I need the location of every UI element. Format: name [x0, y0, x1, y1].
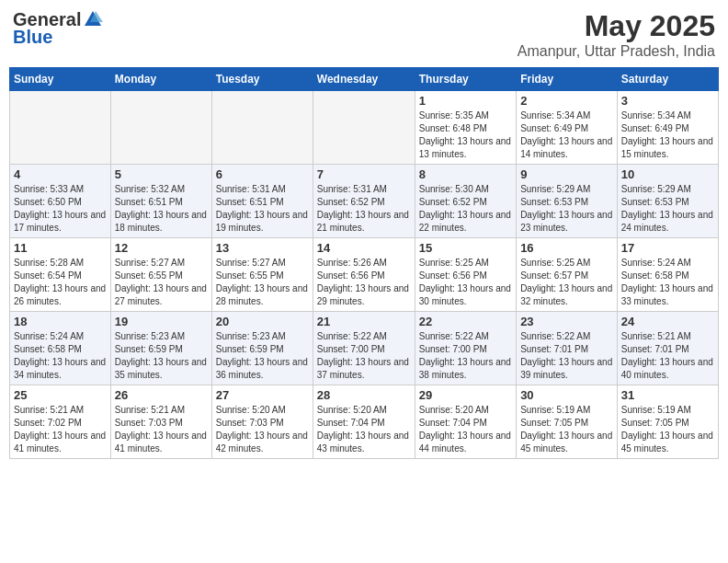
day-info: Sunrise: 5:35 AMSunset: 6:48 PMDaylight:… [419, 109, 512, 161]
day-number: 31 [621, 388, 714, 402]
day-number: 16 [520, 241, 613, 255]
table-row: 27Sunrise: 5:20 AMSunset: 7:03 PMDayligh… [211, 385, 313, 459]
day-info: Sunrise: 5:24 AMSunset: 6:58 PMDaylight:… [14, 330, 107, 382]
table-row: 14Sunrise: 5:26 AMSunset: 6:56 PMDayligh… [313, 238, 415, 312]
table-row: 13Sunrise: 5:27 AMSunset: 6:55 PMDayligh… [211, 238, 313, 312]
table-row [110, 91, 211, 165]
day-number: 29 [419, 388, 512, 402]
calendar: Sunday Monday Tuesday Wednesday Thursday… [9, 67, 719, 459]
day-info: Sunrise: 5:19 AMSunset: 7:05 PMDaylight:… [621, 404, 714, 455]
table-row: 31Sunrise: 5:19 AMSunset: 7:05 PMDayligh… [617, 385, 718, 459]
day-number: 12 [115, 241, 208, 255]
table-row: 9Sunrise: 5:29 AMSunset: 6:53 PMDaylight… [517, 165, 618, 238]
month-title: May 2025 [518, 9, 715, 43]
day-number: 14 [317, 241, 411, 255]
day-number: 22 [419, 315, 512, 328]
calendar-row: 11Sunrise: 5:28 AMSunset: 6:54 PMDayligh… [10, 238, 719, 312]
day-info: Sunrise: 5:21 AMSunset: 7:02 PMDaylight:… [14, 404, 107, 455]
day-number: 8 [419, 167, 512, 181]
col-thursday: Thursday [415, 68, 516, 91]
day-number: 7 [317, 167, 411, 181]
day-info: Sunrise: 5:27 AMSunset: 6:55 PMDaylight:… [115, 257, 208, 308]
table-row: 18Sunrise: 5:24 AMSunset: 6:58 PMDayligh… [10, 312, 111, 385]
col-wednesday: Wednesday [313, 68, 415, 91]
day-number: 18 [14, 315, 107, 328]
table-row: 3Sunrise: 5:34 AMSunset: 6:49 PMDaylight… [617, 91, 718, 165]
day-number: 23 [520, 315, 613, 328]
day-number: 13 [216, 241, 309, 255]
day-number: 26 [115, 388, 208, 402]
logo-icon [83, 9, 103, 29]
day-number: 30 [520, 388, 613, 402]
col-monday: Monday [110, 68, 211, 91]
day-info: Sunrise: 5:23 AMSunset: 6:59 PMDaylight:… [115, 330, 208, 382]
table-row: 8Sunrise: 5:30 AMSunset: 6:52 PMDaylight… [415, 165, 516, 238]
table-row: 20Sunrise: 5:23 AMSunset: 6:59 PMDayligh… [211, 312, 313, 385]
table-row: 1Sunrise: 5:35 AMSunset: 6:48 PMDaylight… [415, 91, 516, 165]
table-row: 4Sunrise: 5:33 AMSunset: 6:50 PMDaylight… [10, 165, 111, 238]
day-number: 4 [14, 167, 107, 181]
day-info: Sunrise: 5:25 AMSunset: 6:57 PMDaylight:… [520, 257, 613, 308]
day-number: 19 [115, 315, 208, 328]
day-info: Sunrise: 5:32 AMSunset: 6:51 PMDaylight:… [115, 183, 208, 235]
day-info: Sunrise: 5:22 AMSunset: 7:00 PMDaylight:… [317, 330, 411, 382]
day-info: Sunrise: 5:20 AMSunset: 7:04 PMDaylight:… [419, 404, 512, 455]
calendar-header-row: Sunday Monday Tuesday Wednesday Thursday… [10, 68, 719, 91]
day-info: Sunrise: 5:22 AMSunset: 7:00 PMDaylight:… [419, 330, 512, 382]
day-number: 15 [419, 241, 512, 255]
day-info: Sunrise: 5:20 AMSunset: 7:04 PMDaylight:… [317, 404, 411, 455]
day-info: Sunrise: 5:19 AMSunset: 7:05 PMDaylight:… [520, 404, 613, 455]
day-number: 5 [115, 167, 208, 181]
day-info: Sunrise: 5:28 AMSunset: 6:54 PMDaylight:… [14, 257, 107, 308]
table-row: 30Sunrise: 5:19 AMSunset: 7:05 PMDayligh… [517, 385, 618, 459]
table-row: 19Sunrise: 5:23 AMSunset: 6:59 PMDayligh… [110, 312, 211, 385]
day-info: Sunrise: 5:34 AMSunset: 6:49 PMDaylight:… [621, 109, 714, 161]
col-saturday: Saturday [617, 68, 718, 91]
col-friday: Friday [517, 68, 618, 91]
table-row: 23Sunrise: 5:22 AMSunset: 7:01 PMDayligh… [517, 312, 618, 385]
table-row: 11Sunrise: 5:28 AMSunset: 6:54 PMDayligh… [10, 238, 111, 312]
table-row [10, 91, 111, 165]
col-tuesday: Tuesday [211, 68, 313, 91]
day-number: 1 [419, 94, 512, 108]
table-row: 24Sunrise: 5:21 AMSunset: 7:01 PMDayligh… [617, 312, 718, 385]
day-info: Sunrise: 5:21 AMSunset: 7:03 PMDaylight:… [115, 404, 208, 455]
day-info: Sunrise: 5:24 AMSunset: 6:58 PMDaylight:… [621, 257, 714, 308]
table-row: 10Sunrise: 5:29 AMSunset: 6:53 PMDayligh… [617, 165, 718, 238]
col-sunday: Sunday [10, 68, 111, 91]
table-row: 29Sunrise: 5:20 AMSunset: 7:04 PMDayligh… [415, 385, 516, 459]
table-row: 5Sunrise: 5:32 AMSunset: 6:51 PMDaylight… [110, 165, 211, 238]
day-info: Sunrise: 5:22 AMSunset: 7:01 PMDaylight:… [520, 330, 613, 382]
day-number: 21 [317, 315, 411, 328]
calendar-row: 18Sunrise: 5:24 AMSunset: 6:58 PMDayligh… [10, 312, 719, 385]
calendar-row: 4Sunrise: 5:33 AMSunset: 6:50 PMDaylight… [10, 165, 719, 238]
table-row: 26Sunrise: 5:21 AMSunset: 7:03 PMDayligh… [110, 385, 211, 459]
day-number: 20 [216, 315, 309, 328]
day-number: 6 [216, 167, 309, 181]
day-number: 27 [216, 388, 309, 402]
table-row: 16Sunrise: 5:25 AMSunset: 6:57 PMDayligh… [517, 238, 618, 312]
day-number: 24 [621, 315, 714, 328]
header: General Blue May 2025 Amanpur, Uttar Pra… [9, 9, 719, 60]
table-row: 15Sunrise: 5:25 AMSunset: 6:56 PMDayligh… [415, 238, 516, 312]
day-number: 3 [621, 94, 714, 108]
day-number: 11 [14, 241, 107, 255]
day-number: 2 [520, 94, 613, 108]
location-title: Amanpur, Uttar Pradesh, India [518, 43, 715, 60]
title-area: May 2025 Amanpur, Uttar Pradesh, India [518, 9, 715, 60]
day-info: Sunrise: 5:30 AMSunset: 6:52 PMDaylight:… [419, 183, 512, 235]
day-info: Sunrise: 5:26 AMSunset: 6:56 PMDaylight:… [317, 257, 411, 308]
day-info: Sunrise: 5:29 AMSunset: 6:53 PMDaylight:… [621, 183, 714, 235]
table-row: 21Sunrise: 5:22 AMSunset: 7:00 PMDayligh… [313, 312, 415, 385]
day-info: Sunrise: 5:25 AMSunset: 6:56 PMDaylight:… [419, 257, 512, 308]
calendar-row: 1Sunrise: 5:35 AMSunset: 6:48 PMDaylight… [10, 91, 719, 165]
table-row: 17Sunrise: 5:24 AMSunset: 6:58 PMDayligh… [617, 238, 718, 312]
day-info: Sunrise: 5:27 AMSunset: 6:55 PMDaylight:… [216, 257, 309, 308]
day-number: 17 [621, 241, 714, 255]
day-info: Sunrise: 5:31 AMSunset: 6:52 PMDaylight:… [317, 183, 411, 235]
table-row: 6Sunrise: 5:31 AMSunset: 6:51 PMDaylight… [211, 165, 313, 238]
day-info: Sunrise: 5:23 AMSunset: 6:59 PMDaylight:… [216, 330, 309, 382]
table-row: 12Sunrise: 5:27 AMSunset: 6:55 PMDayligh… [110, 238, 211, 312]
table-row: 22Sunrise: 5:22 AMSunset: 7:00 PMDayligh… [415, 312, 516, 385]
day-number: 10 [621, 167, 714, 181]
